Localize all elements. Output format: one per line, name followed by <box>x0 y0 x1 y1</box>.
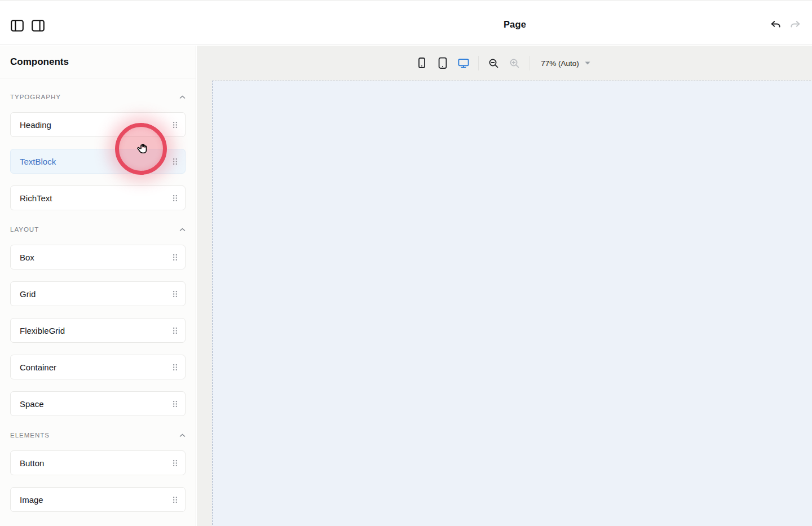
zoom-level-value: 77% (Auto) <box>541 59 579 68</box>
components-list: TYPOGRAPHY Heading TextBlock RichText <box>0 78 196 526</box>
drag-handle-icon[interactable] <box>173 195 178 202</box>
component-label: Button <box>20 458 44 468</box>
section-label: TYPOGRAPHY <box>10 94 61 100</box>
component-label: Heading <box>20 120 51 130</box>
panel-left-icon <box>11 20 24 32</box>
zoom-out-icon <box>488 58 500 69</box>
section-header-typography[interactable]: TYPOGRAPHY <box>10 94 186 100</box>
components-panel: Components TYPOGRAPHY Heading TextBlock … <box>0 46 196 526</box>
drag-handle-icon[interactable] <box>173 254 178 261</box>
panel-right-icon <box>32 20 45 32</box>
component-item-box[interactable]: Box <box>10 245 186 269</box>
component-label: FlexibleGrid <box>20 326 65 335</box>
drag-handle-icon[interactable] <box>173 327 178 334</box>
component-item-heading[interactable]: Heading <box>10 112 186 137</box>
canvas-toolbar: 77% (Auto) <box>197 46 812 81</box>
component-label: Space <box>20 399 44 409</box>
components-panel-header: Components <box>0 46 196 78</box>
toolbar-separator <box>478 56 479 70</box>
drag-handle-icon[interactable] <box>173 400 178 408</box>
device-desktop-button[interactable] <box>457 56 470 70</box>
undo-icon <box>770 19 782 31</box>
redo-button[interactable] <box>788 18 802 32</box>
zoom-level-dropdown[interactable]: 77% (Auto) <box>537 57 594 70</box>
component-item-button[interactable]: Button <box>10 450 186 475</box>
section-header-elements[interactable]: ELEMENTS <box>10 432 186 439</box>
component-item-textblock[interactable]: TextBlock <box>10 149 186 174</box>
toggle-left-panel-button[interactable] <box>10 19 24 32</box>
redo-icon <box>789 19 801 31</box>
component-label: Grid <box>20 289 36 299</box>
tablet-icon <box>437 57 448 69</box>
chevron-up-icon <box>179 95 186 99</box>
section-header-layout[interactable]: LAYOUT <box>10 226 186 233</box>
component-item-space[interactable]: Space <box>10 391 186 416</box>
drag-handle-icon[interactable] <box>173 158 178 165</box>
zoom-in-icon <box>509 58 520 69</box>
component-item-flexiblegrid[interactable]: FlexibleGrid <box>10 318 186 343</box>
toolbar-separator <box>529 56 529 70</box>
zoom-out-button[interactable] <box>487 56 500 70</box>
component-item-image[interactable]: Image <box>10 487 186 512</box>
zoom-in-button[interactable] <box>508 56 521 70</box>
section-label: ELEMENTS <box>10 432 50 439</box>
history-controls <box>769 18 802 32</box>
drag-handle-icon[interactable] <box>173 364 178 371</box>
page-canvas[interactable] <box>212 81 812 526</box>
component-label: Box <box>20 253 34 262</box>
component-label: RichText <box>20 193 52 203</box>
mobile-icon <box>416 57 427 69</box>
section-label: LAYOUT <box>10 226 39 233</box>
device-tablet-button[interactable] <box>436 56 449 70</box>
component-label: TextBlock <box>20 157 56 166</box>
drag-handle-icon[interactable] <box>173 290 178 298</box>
component-item-grid[interactable]: Grid <box>10 281 186 306</box>
chevron-up-icon <box>179 228 186 232</box>
drag-handle-icon[interactable] <box>173 496 178 503</box>
drag-handle-icon[interactable] <box>173 459 178 467</box>
toggle-right-panel-button[interactable] <box>31 19 45 32</box>
zoom-controls <box>487 56 521 70</box>
device-mobile-button[interactable] <box>415 56 429 70</box>
editor-workspace: 77% (Auto) <box>197 46 812 526</box>
top-bar: Page <box>0 0 812 45</box>
drag-handle-icon[interactable] <box>173 121 178 129</box>
undo-button[interactable] <box>769 18 782 32</box>
component-label: Container <box>20 363 56 372</box>
panel-toggles <box>10 19 45 32</box>
component-label: Image <box>20 495 43 505</box>
component-item-container[interactable]: Container <box>10 355 186 379</box>
page-title: Page <box>504 19 526 30</box>
chevron-down-icon <box>585 61 590 65</box>
component-item-richtext[interactable]: RichText <box>10 185 186 210</box>
components-panel-title: Components <box>10 56 69 68</box>
chevron-up-icon <box>179 434 186 437</box>
device-switcher <box>415 56 470 70</box>
desktop-icon <box>457 57 470 69</box>
